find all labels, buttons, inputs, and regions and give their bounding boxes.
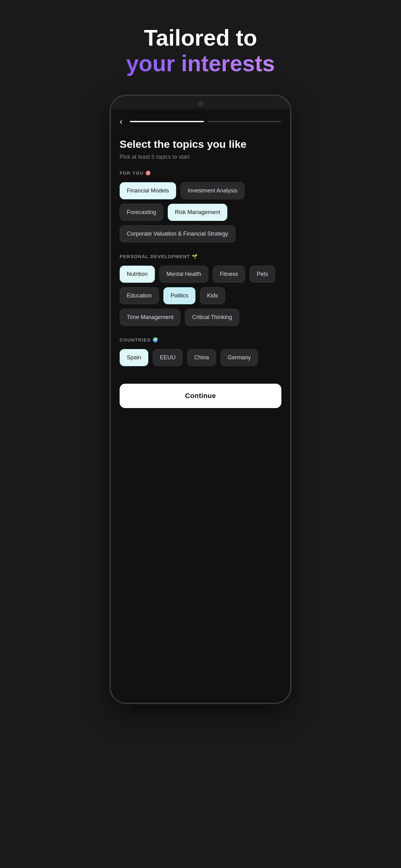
tag-china[interactable]: China xyxy=(187,349,216,366)
tag-education[interactable]: Education xyxy=(120,287,159,304)
tags-container-countries: SpainEEUUChinaGermany xyxy=(120,349,281,366)
tag-risk-management[interactable]: Risk Management xyxy=(168,204,227,221)
tag-corporate-valuation--financial-strategy[interactable]: Corporate Valuation & Financial Strategy xyxy=(120,225,235,243)
headline-line2: your interests xyxy=(126,51,275,76)
phone-frame: ‹ Select the topics you like Pick at lea… xyxy=(110,95,291,704)
tag-critical-thinking[interactable]: Critical Thinking xyxy=(185,309,239,326)
tag-forecasting[interactable]: Forecasting xyxy=(120,204,163,221)
tag-germany[interactable]: Germany xyxy=(221,349,258,366)
phone-top-bar xyxy=(111,96,290,109)
tag-investment-analysis[interactable]: Investment Analysis xyxy=(180,182,244,199)
back-button[interactable]: ‹ xyxy=(120,117,123,127)
progress-step-1 xyxy=(130,121,204,122)
section-label-countries: COUNTRIES 🌍 xyxy=(120,337,281,343)
nav-row: ‹ xyxy=(120,117,281,127)
tags-container-personal-development: NutritionMental HealthFitnessPetsEducati… xyxy=(120,266,281,326)
section-label-for-you: FOR YOU 🎯 xyxy=(120,170,281,176)
tag-kids[interactable]: Kids xyxy=(200,287,225,304)
tag-time-management[interactable]: Time Management xyxy=(120,309,180,326)
progress-bars xyxy=(130,121,281,122)
tag-mental-health[interactable]: Mental Health xyxy=(159,266,208,283)
tags-container-for-you: Financial ModelsInvestment AnalysisForec… xyxy=(120,182,281,243)
tag-eeuu[interactable]: EEUU xyxy=(153,349,183,366)
continue-button[interactable]: Continue xyxy=(120,384,281,408)
section-countries: COUNTRIES 🌍SpainEEUUChinaGermany xyxy=(120,337,281,366)
tag-nutrition[interactable]: Nutrition xyxy=(120,266,155,283)
headline-line1: Tailored to xyxy=(126,25,275,51)
section-label-personal-development: PERSONAL DEVELOPMENT 🌱 xyxy=(120,254,281,259)
phone-screen: ‹ Select the topics you like Pick at lea… xyxy=(111,109,290,703)
tag-pets[interactable]: Pets xyxy=(249,266,275,283)
screen-subtitle: Pick at least 5 topics to start xyxy=(120,154,281,160)
tag-politics[interactable]: Politics xyxy=(163,287,196,304)
tag-spain[interactable]: Spain xyxy=(120,349,148,366)
headline: Tailored to your interests xyxy=(126,25,275,76)
tag-financial-models[interactable]: Financial Models xyxy=(120,182,176,199)
sections-container: FOR YOU 🎯Financial ModelsInvestment Anal… xyxy=(120,170,281,366)
screen-title: Select the topics you like xyxy=(120,138,281,151)
section-personal-development: PERSONAL DEVELOPMENT 🌱NutritionMental He… xyxy=(120,254,281,326)
progress-step-2 xyxy=(208,121,281,122)
tag-fitness[interactable]: Fitness xyxy=(213,266,245,283)
section-for-you: FOR YOU 🎯Financial ModelsInvestment Anal… xyxy=(120,170,281,243)
phone-camera xyxy=(198,101,203,106)
